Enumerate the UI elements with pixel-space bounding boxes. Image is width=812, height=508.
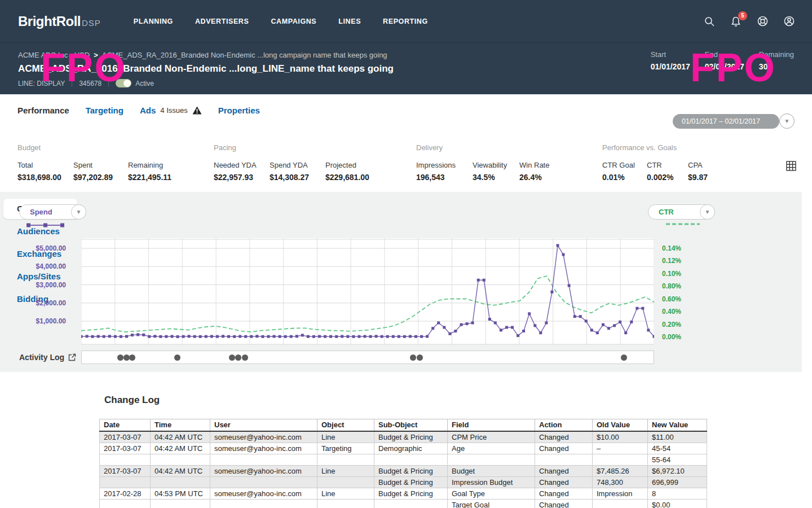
col-header-date: Date: [100, 419, 151, 432]
activity-dot[interactable]: [117, 354, 123, 361]
table-cell: Line: [317, 488, 374, 500]
table-cell: 04:42 AM UTC: [151, 443, 210, 454]
right-metric-dropdown[interactable]: CTR ▼: [648, 204, 715, 220]
table-cell: [593, 454, 648, 466]
brightroll-logo[interactable]: BrightRoll DSP: [18, 14, 101, 29]
nav-item-lines[interactable]: LINES: [338, 17, 361, 25]
notifications-bell-icon[interactable]: 5: [730, 15, 742, 28]
stat-group-title: Pacing: [214, 143, 393, 152]
fpo-overlay-left: FPO: [41, 48, 127, 87]
table-cell: [317, 500, 374, 508]
metric-needed-yda: Needed YDA$22,957.93: [214, 161, 270, 182]
search-icon[interactable]: [703, 15, 716, 28]
table-cell: [317, 477, 374, 488]
metric-value: 34.5%: [473, 173, 519, 182]
metric-remaining: Remaining$221,495.11: [128, 161, 196, 182]
metric-ctr-goal: CTR Goal0.01%: [602, 161, 647, 182]
table-row: Budget & PricingImpression BudgetChanged…: [100, 477, 707, 488]
table-cell: Line: [317, 466, 374, 477]
table-cell: 2017-02-28: [100, 488, 151, 500]
table-cell: Impression: [593, 488, 648, 500]
logo-suffix: DSP: [82, 18, 101, 28]
table-cell: someuser@yahoo-inc.com: [210, 488, 317, 500]
col-header-action: Action: [535, 419, 593, 432]
account-user-icon[interactable]: [783, 15, 795, 28]
table-cell: Budget & Pricing: [374, 477, 448, 488]
table-cell: 2017-03-07: [100, 466, 151, 477]
table-cell: 04:42 AM UTC: [151, 431, 210, 443]
activity-dot[interactable]: [174, 354, 180, 361]
table-cell: [210, 454, 317, 466]
tab-ads[interactable]: Ads 4 Issues: [140, 106, 202, 115]
fpo-overlay-right: FPO: [690, 48, 776, 87]
nav-item-advertisers[interactable]: ADVERTISERS: [195, 17, 249, 25]
activity-dot[interactable]: [242, 354, 248, 361]
col-header-new-value: New Value: [648, 419, 707, 432]
table-row: Target GoalChanged$0.00: [100, 500, 707, 508]
activity-dot[interactable]: [235, 354, 241, 361]
stat-group-title: Performance vs. Goals: [602, 143, 727, 152]
ctr-legend-swatch: [665, 222, 700, 226]
table-cell: [374, 454, 448, 466]
table-cell: [100, 500, 151, 508]
left-axis-tick: $1,000.00: [15, 317, 66, 325]
table-cell: –: [593, 443, 648, 454]
stat-group-pacing: PacingNeeded YDA$22,957.93Spend YDA$14,3…: [214, 143, 393, 182]
activity-dot[interactable]: [410, 354, 416, 361]
nav-item-campaigns[interactable]: CAMPAIGNS: [271, 17, 316, 25]
metric-label: Impressions: [416, 161, 473, 169]
metric-impressions: Impressions196,543: [416, 161, 473, 182]
metric-ctr: CTR0.002%: [647, 161, 688, 182]
table-cell: Changed: [535, 500, 593, 508]
table-cell: [535, 454, 593, 466]
table-cell: someuser@yahoo-inc.com: [210, 443, 317, 454]
kpi-summary-row: BudgetTotal$318,698.00Spent$97,202.89Rem…: [0, 131, 812, 192]
table-cell: [210, 477, 317, 488]
left-metric-dropdown[interactable]: Spend ▼: [19, 204, 86, 220]
table-cell: Goal Type: [448, 488, 535, 500]
table-view-icon[interactable]: [786, 161, 796, 171]
col-header-sub-object: Sub-Object: [374, 419, 448, 432]
activity-dot[interactable]: [129, 354, 135, 361]
date-range-chevron-icon[interactable]: ▼: [779, 113, 795, 129]
left-metric-value: Spend: [30, 208, 52, 216]
activity-dot[interactable]: [417, 354, 423, 361]
metric-value: 196,543: [416, 173, 473, 182]
metric-label: Viewability: [473, 161, 519, 169]
metric-value: $97,202.89: [73, 173, 128, 182]
col-header-old-value: Old Value: [593, 419, 648, 432]
start-label: Start: [651, 50, 690, 59]
activity-dot[interactable]: [621, 354, 627, 361]
col-header-time: Time: [151, 419, 210, 432]
table-cell: $0.00: [648, 500, 707, 508]
nav-item-reporting[interactable]: REPORTING: [383, 17, 428, 25]
external-link-icon: [68, 353, 76, 361]
table-cell: Budget & Pricing: [374, 431, 448, 443]
metric-label: Remaining: [128, 161, 196, 169]
overview-panel: OverviewAudiencesExchangesApps/SitesBidd…: [0, 192, 802, 372]
date-range-selector[interactable]: 01/01/2017 – 02/01/2017 ▼: [673, 114, 779, 129]
nav-item-planning[interactable]: PLANNING: [134, 17, 173, 25]
status-badge: Active: [135, 80, 154, 87]
date-range-value: 01/01/2017 – 02/01/2017: [682, 117, 760, 125]
metric-value: 0.01%: [602, 173, 647, 182]
right-axis-tick: 0.12%: [662, 257, 681, 265]
table-cell: [593, 500, 648, 508]
breadcrumb-campaign[interactable]: ACME_ADS_RA_2016_Branded Non-Endemic ...…: [102, 51, 387, 59]
table-cell: Impression Budget: [448, 477, 535, 488]
tabs: Performance Targeting Ads 4 Issues Prope…: [17, 106, 260, 115]
tab-targeting[interactable]: Targeting: [86, 106, 123, 115]
help-lifesaver-icon[interactable]: [756, 15, 769, 28]
activity-log-link[interactable]: Activity Log: [19, 353, 76, 362]
table-cell: [210, 500, 317, 508]
table-row: 2017-02-2804:53 PM UTCsomeuser@yahoo-inc…: [100, 488, 707, 500]
tab-performance[interactable]: Performance: [17, 106, 69, 115]
table-cell: 45-54: [648, 443, 707, 454]
activity-dot[interactable]: [229, 354, 235, 361]
tab-properties[interactable]: Properties: [218, 106, 260, 115]
sidebar-item-apps-sites[interactable]: Apps/Sites: [17, 271, 61, 281]
table-cell: 2017-03-07: [100, 431, 151, 443]
stat-group-performance-vs-goals: Performance vs. GoalsCTR Goal0.01%CTR0.0…: [602, 143, 727, 182]
right-axis-tick: 0.10%: [662, 270, 681, 278]
metric-value: $229,681.00: [325, 173, 393, 182]
